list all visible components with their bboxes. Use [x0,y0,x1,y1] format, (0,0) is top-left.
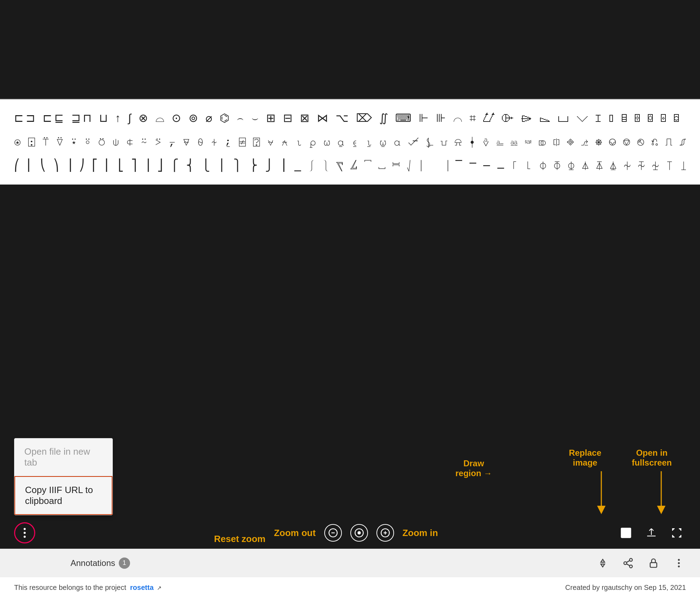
hieroglyphs-area: ⊏⊐ ⊏⊑ ⊒⊓ ⊔ ↑ ∫ ⊗ ⌓ ⊙ ⊚ ⌀ ⌬ ⌢ ⌣ ⊞ ⊟ ⊠ ⋈ ⌥… [0,99,700,185]
viewer-container: ⊏⊐ ⊏⊑ ⊒⊓ ⊔ ↑ ∫ ⊗ ⌓ ⊙ ⊚ ⌀ ⌬ ⌢ ⌣ ⊞ ⊟ ⊠ ⋈ ⌥… [0,0,700,598]
draw-region-button[interactable] [617,524,635,542]
lock-button[interactable] [646,556,661,570]
toolbar-center: Reset zoom Zoom out [214,522,438,544]
bottom-bar: Annotations 1 [0,549,700,577]
bottom-bar-right [596,556,686,570]
replace-image-button[interactable] [642,524,661,542]
draw-region-label: Drawregion → [455,459,492,478]
created-text: Created by rgautschy on Sep 15, 2021 [565,584,686,591]
external-link-icon: ↗ [157,585,161,591]
svg-point-12 [630,558,632,561]
belongs-text: This resource belongs to the project [14,584,126,591]
top-dark-panel [0,0,700,99]
replace-image-label: Replaceimage [569,448,601,468]
svg-line-15 [626,564,630,566]
fullscreen-arrow [651,471,672,517]
zoom-out-button[interactable] [324,524,342,542]
fullscreen-button[interactable] [668,524,686,542]
toolbar-right [617,524,686,542]
footer-left: This resource belongs to the project ros… [14,584,161,592]
reset-zoom-label: Reset zoom [214,534,265,544]
dropdown-menu: Open file in new tab Copy IIIF URL to cl… [14,438,113,515]
zoom-in-label: Zoom in [403,528,438,538]
zoom-in-button[interactable] [376,524,394,542]
dots-icon [24,528,26,538]
svg-point-19 [678,562,680,564]
footer: This resource belongs to the project ros… [0,577,700,598]
more-options-button[interactable] [14,522,35,543]
copy-iiif-url-item[interactable]: Copy IIIF URL to clipboard [14,476,112,515]
bottom-dark-panel: Drawregion → Replaceimage Open infullscr… [0,185,700,549]
open-fullscreen-label: Open infullscreen [632,448,672,468]
hieroglyph-row-1: ⊏⊐ ⊏⊑ ⊒⊓ ⊔ ↑ ∫ ⊗ ⌓ ⊙ ⊚ ⌀ ⌬ ⌢ ⌣ ⊞ ⊟ ⊠ ⋈ ⌥… [14,106,686,130]
replace-image-arrow [591,471,612,517]
more-options-bottom-button[interactable] [672,556,686,570]
project-name: rosetta [130,584,154,591]
svg-point-13 [624,562,627,565]
share-button[interactable] [621,556,635,570]
svg-point-18 [678,559,680,561]
hieroglyph-row-3: ⎛ ⎜ ⎝ ⎞ ⎟ ⎠ ⎡ ⎢ ⎣ ⎤ ⎥ ⎦ ⎧ ⎨ ⎩ ⎪ ⎫ ⎬ ⎭ ⎮ … [14,154,686,177]
annotations-count-badge: 1 [119,557,130,569]
annotations-tab[interactable]: Annotations 1 [70,557,130,569]
annotations-label: Annotations [70,558,115,568]
svg-point-14 [630,565,632,568]
zoom-out-label: Zoom out [274,528,315,538]
toolbar: Open file in new tab Copy IIIF URL to cl… [0,517,700,549]
svg-rect-17 [650,562,657,567]
sort-button[interactable] [596,556,610,570]
svg-point-20 [678,565,680,567]
footer-right: Created by rgautschy on Sep 15, 2021 [565,584,686,592]
open-file-new-tab-item[interactable]: Open file in new tab [14,438,112,476]
svg-line-16 [626,560,630,562]
project-link[interactable]: rosetta [130,584,154,591]
reset-zoom-button[interactable] [350,524,368,542]
toolbar-left: Open file in new tab Copy IIIF URL to cl… [14,522,35,543]
svg-rect-9 [621,528,631,538]
svg-point-5 [358,532,360,534]
hieroglyph-row-2: ⍟ ⍠ ⍡ ⍢ ⍣ ⍤ ⍥ ⍦ ⍧ ⍨ ⍩ ⍪ ⍫ ⍬ ⍭ ⍮ ⍯ ⍰ ⍱ ⍲ … [14,130,686,154]
